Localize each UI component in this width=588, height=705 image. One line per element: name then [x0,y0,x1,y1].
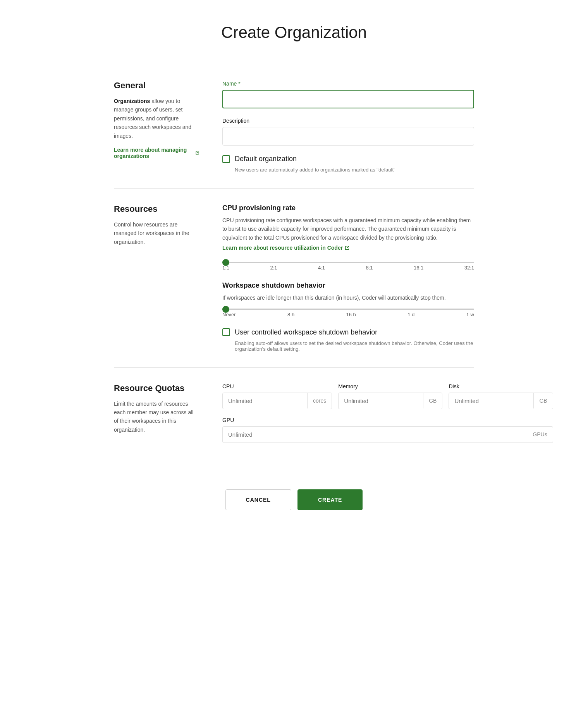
memory-quota-input-wrap: GB [338,393,442,409]
disk-quota-label: Disk [449,383,553,389]
disk-quota-field: Disk GB [449,383,553,409]
description-input[interactable] [222,127,474,146]
quota-row-main: CPU cores Memory GB Disk [222,383,553,409]
learn-more-link[interactable]: Learn more about managing organizations [114,147,199,159]
cpu-quota-field: CPU cores [222,383,332,409]
resources-section: Resources Control how resources are mana… [114,188,474,367]
gpu-quota-input-wrap: GPUs [222,426,553,443]
default-org-hint: New users are automatically added to org… [235,167,474,173]
external-link-icon [195,150,199,156]
resources-content: CPU provisioning rate CPU provisioning r… [222,204,474,352]
general-sidebar: General Organizations allow you to manag… [114,81,199,173]
cpu-section-title: CPU provisioning rate [222,204,474,212]
shutdown-slider[interactable] [222,309,474,310]
gpu-quota-unit: GPUs [527,427,552,442]
resources-sidebar: Resources Control how resources are mana… [114,204,199,352]
memory-quota-label: Memory [338,383,442,389]
resources-heading: Resources [114,204,199,214]
description-field-group: Description [222,118,474,146]
user-controlled-row: User controlled workspace shutdown behav… [222,328,474,336]
user-controlled-checkbox[interactable] [222,328,230,336]
user-controlled-label: User controlled workspace shutdown behav… [235,328,377,336]
disk-quota-unit: GB [533,393,552,408]
quotas-description: Limit the amounts of resources each memb… [114,400,199,434]
quotas-content: CPU cores Memory GB Disk [222,383,553,443]
page-title: Create Organization [114,23,474,42]
cancel-button[interactable]: CANCEL [225,489,291,510]
create-button[interactable]: CREATE [297,489,363,510]
cpu-quota-unit: cores [307,393,332,408]
description-label: Description [222,118,474,124]
cpu-slider[interactable] [222,262,474,263]
shutdown-container: Workspace shutdown behavior If workspace… [222,281,474,317]
general-section: General Organizations allow you to manag… [114,65,474,188]
cpu-learn-more-text: Learn more about resource utilization in… [222,245,343,251]
disk-quota-input-wrap: GB [449,393,553,409]
gpu-quota-container: GPU GPUs [222,417,553,443]
name-field-group: Name * [222,81,474,108]
cpu-quota-input-wrap: cores [222,393,332,409]
cpu-quota-label: CPU [222,383,332,389]
name-label: Name * [222,81,474,87]
default-org-row: Default organization [222,155,474,163]
cpu-quota-input[interactable] [223,393,307,409]
cpu-provisioning-container: CPU provisioning rate CPU provisioning r… [222,204,474,271]
default-org-checkbox[interactable] [222,155,230,163]
cpu-external-link-icon [344,245,350,250]
resources-description: Control how resources are managed for wo… [114,220,199,246]
shutdown-title: Workspace shutdown behavior [222,281,474,290]
general-content: Name * Description Default organization … [222,81,474,173]
quotas-sidebar: Resource Quotas Limit the amounts of res… [114,383,199,443]
quotas-heading: Resource Quotas [114,383,199,393]
general-heading: General [114,81,199,91]
gpu-quota-input[interactable] [223,427,527,443]
memory-quota-field: Memory GB [338,383,442,409]
memory-quota-unit: GB [423,393,442,408]
user-controlled-hint: Enabling auto-off allows users to set th… [235,340,474,352]
general-description: Organizations allow you to manage groups… [114,97,199,140]
action-bar: CANCEL CREATE [114,482,474,510]
user-controlled-container: User controlled workspace shutdown behav… [222,328,474,352]
cpu-description: CPU provisioning rate configures workspa… [222,216,474,242]
cpu-learn-more-link[interactable]: Learn more about resource utilization in… [222,245,350,251]
disk-quota-input[interactable] [449,393,533,409]
memory-quota-input[interactable] [339,393,423,409]
shutdown-description: If workspaces are idle longer than this … [222,293,474,302]
learn-more-text: Learn more about managing organizations [114,147,194,159]
default-org-label: Default organization [235,155,297,163]
gpu-quota-label: GPU [222,417,553,423]
general-description-bold: Organizations [114,98,150,104]
quotas-section: Resource Quotas Limit the amounts of res… [114,367,474,458]
name-input[interactable] [222,90,474,108]
